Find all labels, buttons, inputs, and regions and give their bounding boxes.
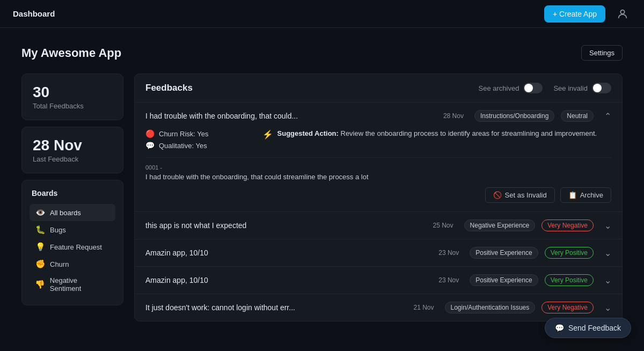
- feedback-actions-1: 🚫 Set as Invalid 📋 Archive: [145, 187, 611, 203]
- qualitative-label: Qualitative: Yes: [159, 142, 207, 150]
- chevron-down-icon-3: ⌄: [604, 248, 611, 258]
- feedback-row-5: It just doesn't work: cannot login witho…: [135, 294, 622, 321]
- svg-point-0: [620, 10, 624, 13]
- send-feedback-button[interactable]: 💬 Send Feedback: [545, 318, 631, 338]
- feedback-text-5: It just doesn't work: cannot login witho…: [145, 303, 407, 312]
- feedback-date-2: 25 Nov: [433, 222, 453, 229]
- feedback-tag-4-0: Positive Experience: [470, 274, 538, 286]
- feedback-row-3: Amazin app, 10/10 23 Nov Positive Experi…: [135, 239, 622, 267]
- feedbacks-header: Feedbacks See archived See invalid: [135, 74, 622, 103]
- last-feedback-date: 28 Nov: [33, 137, 112, 154]
- feedback-summary-5[interactable]: It just doesn't work: cannot login witho…: [135, 294, 622, 321]
- boards-heading: Boards: [30, 189, 115, 198]
- feedback-summary-1[interactable]: I had trouble with the onboarding, that …: [135, 103, 622, 129]
- churn-risk-item: 🔴 Churn Risk: Yes: [145, 129, 209, 138]
- feedback-tag-4-1: Very Positive: [545, 274, 594, 286]
- total-feedbacks-label: Total Feedbacks: [33, 102, 112, 110]
- see-invalid-knob: [593, 84, 602, 92]
- board-item-negative-sentiment[interactable]: 👎 Negative Sentiment: [30, 273, 115, 296]
- feedback-row-1: I had trouble with the onboarding, that …: [135, 103, 622, 212]
- suggested-action-text: Review the onboarding process to identif…: [341, 129, 597, 137]
- see-archived-knob: [524, 84, 533, 92]
- feedback-date-3: 23 Nov: [438, 249, 459, 257]
- content-row: 30 Total Feedbacks 28 Nov Last Feedback …: [21, 74, 623, 321]
- board-item-feature-request[interactable]: 💡 Feature Request: [30, 238, 115, 255]
- feedback-tag-3-1: Very Positive: [545, 247, 594, 259]
- main-container: My Awesome App Settings 30 Total Feedbac…: [0, 28, 644, 321]
- nav-title: Dashboard: [13, 9, 55, 18]
- feedback-text-2: this app is not what I expected: [145, 221, 427, 230]
- last-feedback-label: Last Feedback: [33, 155, 112, 163]
- board-item-churn-label: Churn: [50, 260, 69, 268]
- meta-right-1: ⚡ Suggested Action: Review the onboardin…: [230, 129, 611, 150]
- feedback-tag-2-1: Very Negative: [541, 220, 594, 231]
- boards-card: Boards 👁️ All boards 🐛 Bugs 💡 Feature Re…: [21, 180, 123, 305]
- see-archived-label: See archived: [479, 84, 519, 92]
- feedback-tag-5-1: Very Negative: [541, 302, 594, 313]
- set-invalid-label: Set as Invalid: [505, 191, 547, 199]
- user-icon[interactable]: [614, 5, 631, 23]
- see-invalid-toggle-group: See invalid: [553, 83, 611, 93]
- suggested-action-icon: ⚡: [262, 129, 273, 140]
- feedback-text-3: Amazin app, 10/10: [145, 248, 432, 257]
- churn-risk-label: Churn Risk: Yes: [159, 130, 209, 138]
- churn-emoji: ✊: [35, 259, 46, 269]
- feedback-tag-2-0: Negative Experience: [464, 220, 536, 231]
- board-item-negative-label: Negative Sentiment: [50, 276, 110, 292]
- create-app-button[interactable]: + Create App: [544, 5, 605, 23]
- feedback-date-1: 28 Nov: [443, 112, 464, 120]
- suggested-action-box: ⚡ Suggested Action: Review the onboardin…: [262, 129, 611, 140]
- send-feedback-icon: 💬: [555, 324, 564, 332]
- page-title: My Awesome App: [21, 46, 121, 60]
- nav-right: + Create App: [544, 5, 631, 23]
- feedback-full-text-section: 0001 - I had trouble with the onboarding…: [145, 157, 611, 181]
- page-header: My Awesome App Settings: [21, 45, 623, 61]
- feedback-row-2: this app is not what I expected 25 Nov N…: [135, 212, 622, 239]
- sidebar: 30 Total Feedbacks 28 Nov Last Feedback …: [21, 74, 123, 305]
- feedback-row-4: Amazin app, 10/10 23 Nov Positive Experi…: [135, 267, 622, 294]
- suggested-action-content: Suggested Action: Review the onboarding …: [277, 129, 597, 137]
- topnav: Dashboard + Create App: [0, 0, 644, 28]
- set-invalid-button[interactable]: 🚫 Set as Invalid: [485, 187, 555, 203]
- meta-left-1: 🔴 Churn Risk: Yes 💬 Qualitative: Yes: [145, 129, 209, 150]
- qualitative-item: 💬 Qualitative: Yes: [145, 141, 209, 150]
- feedback-tag-3-0: Positive Experience: [470, 247, 538, 259]
- feedback-full-text: I had trouble with the onboarding, that …: [145, 173, 611, 181]
- last-feedback-card: 28 Nov Last Feedback: [21, 127, 123, 173]
- feedback-meta-row-1: 🔴 Churn Risk: Yes 💬 Qualitative: Yes ⚡: [145, 129, 611, 150]
- feedback-tag-1-0: Instructions/Onboarding: [474, 110, 554, 122]
- board-item-all[interactable]: 👁️ All boards: [30, 204, 115, 221]
- chevron-down-icon-4: ⌄: [604, 275, 611, 286]
- negative-sentiment-emoji: 👎: [35, 280, 46, 289]
- board-item-bugs[interactable]: 🐛 Bugs: [30, 221, 115, 238]
- archive-icon: 📋: [568, 191, 577, 199]
- churn-risk-icon: 🔴: [145, 129, 155, 138]
- total-feedbacks-number: 30: [33, 84, 112, 101]
- feedback-tag-1-1: Neutral: [561, 110, 594, 122]
- feedback-date-4: 23 Nov: [438, 276, 459, 284]
- feedback-expanded-1: 🔴 Churn Risk: Yes 💬 Qualitative: Yes ⚡: [135, 129, 622, 211]
- settings-button[interactable]: Settings: [581, 45, 623, 61]
- board-item-all-label: All boards: [50, 209, 81, 217]
- archive-button[interactable]: 📋 Archive: [560, 187, 611, 203]
- feedback-date-5: 21 Nov: [413, 304, 434, 311]
- board-item-bugs-label: Bugs: [50, 226, 66, 234]
- total-feedbacks-card: 30 Total Feedbacks: [21, 74, 123, 120]
- feedback-tag-5-0: Login/Authentication Issues: [445, 302, 536, 313]
- see-invalid-toggle[interactable]: [592, 83, 611, 93]
- all-boards-emoji: 👁️: [35, 208, 46, 217]
- see-invalid-label: See invalid: [553, 84, 588, 92]
- qualitative-icon: 💬: [145, 141, 155, 150]
- board-item-churn[interactable]: ✊ Churn: [30, 255, 115, 273]
- feedback-summary-2[interactable]: this app is not what I expected 25 Nov N…: [135, 212, 622, 239]
- feedback-summary-4[interactable]: Amazin app, 10/10 23 Nov Positive Experi…: [135, 267, 622, 294]
- archive-label: Archive: [580, 191, 603, 199]
- send-feedback-label: Send Feedback: [568, 324, 621, 332]
- see-archived-toggle[interactable]: [523, 83, 543, 93]
- feedbacks-panel: Feedbacks See archived See invalid: [134, 74, 623, 321]
- feedback-text-1: I had trouble with the onboarding, that …: [145, 112, 437, 120]
- feedback-summary-3[interactable]: Amazin app, 10/10 23 Nov Positive Experi…: [135, 239, 622, 266]
- feedbacks-controls: See archived See invalid: [479, 83, 612, 93]
- suggested-action-bold: Suggested Action:: [277, 129, 339, 137]
- chevron-down-icon-5: ⌄: [604, 303, 611, 313]
